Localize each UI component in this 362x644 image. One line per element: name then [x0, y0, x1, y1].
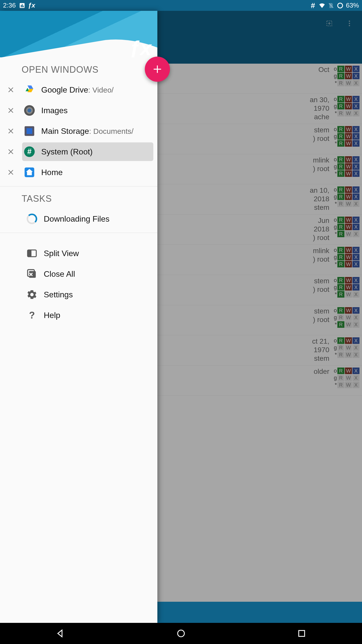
window-item-google-drive[interactable]: Google Drive: Video/ [0, 79, 157, 100]
svg-rect-7 [21, 5, 21, 7]
gdrive-icon [24, 84, 35, 96]
close-all-icon [26, 268, 38, 280]
split-view-icon [26, 248, 38, 259]
help-action[interactable]: ? Help [0, 305, 157, 326]
window-item-main-storage[interactable]: Main Storage: Documents/ [0, 121, 157, 141]
gear-icon [26, 289, 38, 300]
settings-label: Settings [44, 290, 73, 299]
add-fab[interactable] [145, 57, 170, 82]
root-icon: # [24, 146, 35, 157]
window-label: Google Drive: Video/ [41, 85, 114, 95]
window-item-system-root-[interactable]: #System (Root) [0, 141, 157, 162]
close-window-icon[interactable] [5, 84, 17, 96]
window-label: Home [41, 168, 63, 177]
help-icon: ? [26, 309, 38, 321]
svg-rect-31 [28, 250, 31, 257]
status-app-icon-fx: ƒx [28, 2, 35, 9]
task-label: Downloading Files [44, 214, 109, 224]
tasks-header: TASKS [0, 186, 157, 209]
window-label: Main Storage: Documents/ [41, 127, 133, 136]
storage-icon [24, 125, 35, 137]
svg-rect-8 [22, 4, 23, 7]
split-view-label: Split View [44, 249, 79, 258]
split-view-action[interactable]: Split View [0, 243, 157, 264]
status-bar: 2:36 ƒx # 63% [0, 0, 206, 11]
spinner-icon [26, 213, 38, 225]
svg-text:#: # [27, 147, 31, 156]
home-icon [24, 167, 35, 178]
svg-rect-9 [23, 6, 24, 7]
task-downloading-files[interactable]: Downloading Files [0, 209, 157, 229]
close-all-label: Close All [44, 269, 75, 279]
svg-point-18 [27, 108, 31, 112]
close-window-icon[interactable] [5, 145, 17, 158]
window-item-images[interactable]: Images [0, 100, 157, 121]
open-windows-header: OPEN WINDOWS [0, 57, 157, 79]
fx-logo-icon: ƒx [129, 37, 151, 57]
window-item-home[interactable]: Home [0, 162, 157, 183]
navigation-drawer: ƒx OPEN WINDOWS Google Drive: Video/Imag… [0, 11, 157, 366]
close-window-icon[interactable] [5, 104, 17, 117]
images-icon [24, 105, 35, 116]
status-app-icon-1 [19, 2, 25, 9]
close-all-action[interactable]: Close All [0, 264, 157, 284]
window-label: System (Root) [41, 147, 93, 156]
settings-action[interactable]: Settings [0, 284, 157, 305]
help-label: Help [44, 311, 60, 320]
drawer-header: ƒx [0, 11, 157, 57]
status-time: 2:36 [3, 2, 16, 9]
svg-rect-22 [27, 128, 32, 134]
close-window-icon[interactable] [5, 125, 17, 137]
window-label: Images [41, 106, 68, 115]
close-window-icon[interactable] [5, 166, 17, 179]
